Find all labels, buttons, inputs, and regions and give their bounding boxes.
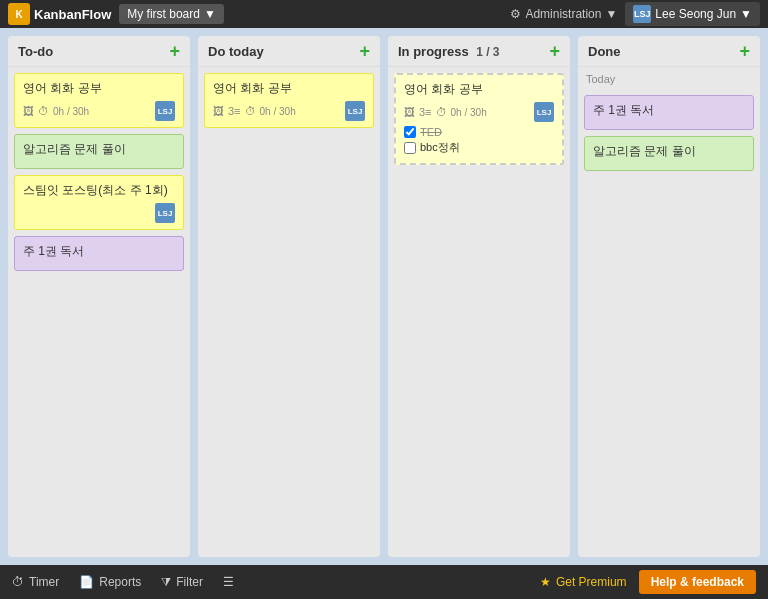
add-card-button-dotoday[interactable]: + [359, 42, 370, 60]
user-name: Lee Seong Jun [655, 7, 736, 21]
column-header-inprogress: In progress 1 / 3+ [388, 36, 570, 67]
card-title: 알고리즘 문제 풀이 [593, 143, 745, 160]
filter-button[interactable]: ⧩ Filter [161, 575, 203, 589]
card[interactable]: 스팀잇 포스팅(최소 주 1회)LSJ [14, 175, 184, 230]
subtask-icon: 3≡ [419, 106, 432, 118]
column-inprogress: In progress 1 / 3+영어 회화 공부🖼3≡⏱0h / 30hLS… [388, 36, 570, 557]
column-title: In progress 1 / 3 [398, 44, 499, 59]
card-title: 주 1권 독서 [23, 243, 175, 260]
column-title: To-do [18, 44, 53, 59]
chevron-down-icon: ▼ [740, 7, 752, 21]
header-left: K KanbanFlow My first board ▼ [8, 3, 224, 25]
header-right: ⚙ Administration ▼ LSJ Lee Seong Jun ▼ [510, 2, 760, 26]
board: To-do+영어 회화 공부🖼⏱0h / 30hLSJ알고리즘 문제 풀이스팀잇… [0, 28, 768, 565]
card-time: 0h / 30h [451, 107, 487, 118]
logo-text: KanbanFlow [34, 7, 111, 22]
star-icon: ★ [540, 575, 551, 589]
logo: K KanbanFlow [8, 3, 111, 25]
board-name: My first board [127, 7, 200, 21]
timer-icon: ⏱ [12, 575, 24, 589]
menu-button[interactable]: ☰ [223, 575, 234, 589]
filter-icon: ⧩ [161, 575, 171, 589]
image-icon: 🖼 [23, 105, 34, 117]
image-icon: 🖼 [213, 105, 224, 117]
column-title: Do today [208, 44, 264, 59]
gear-icon: ⚙ [510, 7, 521, 21]
image-icon: 🖼 [404, 106, 415, 118]
card-time: 0h / 30h [260, 106, 296, 117]
card[interactable]: 알고리즘 문제 풀이 [584, 136, 754, 171]
column-done: Done+Today주 1권 독서알고리즘 문제 풀이 [578, 36, 760, 557]
add-card-button-inprogress[interactable]: + [549, 42, 560, 60]
clock-icon: ⏱ [245, 105, 256, 117]
column-dotoday: Do today+영어 회화 공부🖼3≡⏱0h / 30hLSJ [198, 36, 380, 557]
card[interactable]: 영어 회화 공부🖼3≡⏱0h / 30hLSJ [204, 73, 374, 128]
avatar: LSJ [345, 101, 365, 121]
footer-right: ★ Get Premium Help & feedback [540, 570, 756, 594]
clock-icon: ⏱ [38, 105, 49, 117]
card[interactable]: 주 1권 독서 [14, 236, 184, 271]
checklist-item-label: TED [420, 126, 442, 138]
avatar: LSJ [155, 101, 175, 121]
avatar: LSJ [155, 203, 175, 223]
help-feedback-button[interactable]: Help & feedback [639, 570, 756, 594]
column-body-done: Today주 1권 독서알고리즘 문제 풀이 [578, 67, 760, 557]
chevron-down-icon: ▼ [204, 7, 216, 21]
card-title: 알고리즘 문제 풀이 [23, 141, 175, 158]
card-title: 영어 회화 공부 [213, 80, 365, 97]
administration-button[interactable]: ⚙ Administration ▼ [510, 7, 617, 21]
footer-left: ⏱ Timer 📄 Reports ⧩ Filter ☰ [12, 575, 234, 589]
card-title: 영어 회화 공부 [404, 81, 554, 98]
column-header-done: Done+ [578, 36, 760, 67]
card[interactable]: 영어 회화 공부🖼3≡⏱0h / 30hLSJTEDbbc정취 [394, 73, 564, 165]
card-meta: 🖼⏱0h / 30hLSJ [23, 101, 175, 121]
clock-icon: ⏱ [436, 106, 447, 118]
column-body-todo: 영어 회화 공부🖼⏱0h / 30hLSJ알고리즘 문제 풀이스팀잇 포스팅(최… [8, 67, 190, 557]
card-time: 0h / 30h [53, 106, 89, 117]
column-body-inprogress: 영어 회화 공부🖼3≡⏱0h / 30hLSJTEDbbc정취 [388, 67, 570, 557]
avatar: LSJ [534, 102, 554, 122]
user-menu-button[interactable]: LSJ Lee Seong Jun ▼ [625, 2, 760, 26]
card-meta: 🖼3≡⏱0h / 30hLSJ [404, 102, 554, 122]
card[interactable]: 영어 회화 공부🖼⏱0h / 30hLSJ [14, 73, 184, 128]
get-premium-button[interactable]: ★ Get Premium [540, 575, 627, 589]
column-header-dotoday: Do today+ [198, 36, 380, 67]
avatar: LSJ [633, 5, 651, 23]
reports-button[interactable]: 📄 Reports [79, 575, 141, 589]
board-selector[interactable]: My first board ▼ [119, 4, 224, 24]
card-icons: 🖼3≡⏱0h / 30h [404, 106, 487, 118]
column-header-todo: To-do+ [8, 36, 190, 67]
card-title: 스팀잇 포스팅(최소 주 1회) [23, 182, 175, 199]
add-card-button-todo[interactable]: + [169, 42, 180, 60]
column-todo: To-do+영어 회화 공부🖼⏱0h / 30hLSJ알고리즘 문제 풀이스팀잇… [8, 36, 190, 557]
add-card-button-done[interactable]: + [739, 42, 750, 60]
checklist-item-label: bbc정취 [420, 140, 460, 155]
hamburger-icon: ☰ [223, 575, 234, 589]
subtask-icon: 3≡ [228, 105, 241, 117]
checklist-checkbox[interactable] [404, 126, 416, 138]
logo-icon: K [8, 3, 30, 25]
checklist-checkbox[interactable] [404, 142, 416, 154]
timer-button[interactable]: ⏱ Timer [12, 575, 59, 589]
card-title: 주 1권 독서 [593, 102, 745, 119]
card-title: 영어 회화 공부 [23, 80, 175, 97]
checklist: TEDbbc정취 [404, 126, 554, 155]
chevron-down-icon: ▼ [605, 7, 617, 21]
card-meta: 🖼3≡⏱0h / 30hLSJ [213, 101, 365, 121]
column-title: Done [588, 44, 621, 59]
card-icons: 🖼⏱0h / 30h [23, 105, 89, 117]
checklist-item: bbc정취 [404, 140, 554, 155]
card-icons: 🖼3≡⏱0h / 30h [213, 105, 296, 117]
column-body-dotoday: 영어 회화 공부🖼3≡⏱0h / 30hLSJ [198, 67, 380, 557]
reports-icon: 📄 [79, 575, 94, 589]
card[interactable]: 알고리즘 문제 풀이 [14, 134, 184, 169]
checklist-item: TED [404, 126, 554, 138]
card[interactable]: 주 1권 독서 [584, 95, 754, 130]
card-meta: LSJ [23, 203, 175, 223]
today-label: Today [584, 73, 754, 85]
column-count: 1 / 3 [473, 45, 500, 59]
